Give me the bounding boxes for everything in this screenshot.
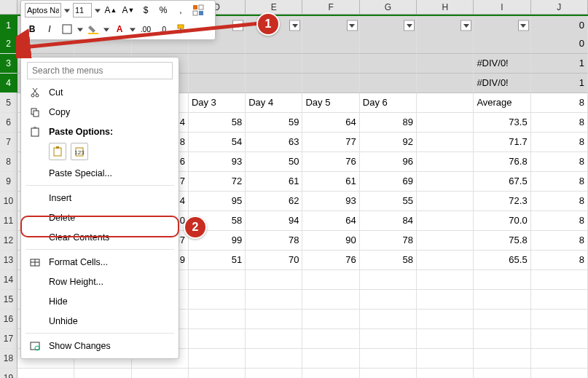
cell-J4[interactable]: 1: [531, 74, 588, 93]
cell-H9[interactable]: [417, 172, 474, 192]
cell-F5[interactable]: Day 5: [302, 93, 359, 113]
cell-E16[interactable]: [246, 310, 302, 329]
cell-I6[interactable]: 73.5: [474, 113, 530, 133]
menu-item-insert[interactable]: Insert: [21, 188, 179, 208]
cell-D16[interactable]: [189, 310, 246, 329]
font-color-button[interactable]: A: [112, 22, 127, 36]
cell-I19[interactable]: [474, 369, 530, 378]
cell-J1[interactable]: 0: [531, 16, 588, 36]
cell-G5[interactable]: Day 6: [360, 93, 417, 113]
cell-D9[interactable]: 72: [189, 172, 246, 192]
cell-G1[interactable]: [360, 16, 417, 36]
cell-E6[interactable]: 59: [246, 113, 302, 133]
cell-J15[interactable]: [531, 290, 588, 310]
cell-J16[interactable]: [531, 310, 588, 329]
percent-format-button[interactable]: %: [156, 3, 170, 17]
chevron-down-icon[interactable]: [77, 24, 83, 35]
row-header-4[interactable]: 4: [0, 74, 17, 93]
cell-G18[interactable]: [360, 349, 417, 369]
cell-F8[interactable]: 76: [302, 152, 359, 172]
cell-H6[interactable]: [417, 113, 474, 133]
cell-D6[interactable]: 58: [189, 113, 246, 133]
cell-I3[interactable]: #DIV/0!: [474, 54, 530, 74]
cell-I2[interactable]: [474, 34, 530, 54]
cell-G9[interactable]: 69: [360, 172, 417, 192]
cell-H15[interactable]: [417, 290, 474, 310]
col-header-I[interactable]: I: [474, 0, 530, 15]
cell-E7[interactable]: 63: [246, 133, 302, 152]
cell-G8[interactable]: 96: [360, 152, 417, 172]
cell-J8[interactable]: 8: [531, 152, 588, 172]
cell-H17[interactable]: [417, 329, 474, 349]
cell-F4[interactable]: [302, 74, 359, 93]
cell-F12[interactable]: 90: [302, 231, 359, 251]
cell-G4[interactable]: [360, 74, 417, 93]
cell-I13[interactable]: 65.5: [474, 251, 530, 270]
cell-H2[interactable]: [417, 34, 474, 54]
cell-I17[interactable]: [474, 329, 530, 349]
cell-D7[interactable]: 54: [189, 133, 246, 152]
cell-G14[interactable]: [360, 270, 417, 290]
cell-J9[interactable]: 8: [531, 172, 588, 192]
increase-font-size-button[interactable]: A▲: [103, 3, 118, 17]
filter-dropdown-icon[interactable]: [518, 20, 529, 31]
cell-F7[interactable]: 77: [302, 133, 359, 152]
cell-E19[interactable]: [246, 369, 302, 378]
cell-H4[interactable]: [417, 74, 474, 93]
cell-J17[interactable]: [531, 329, 588, 349]
cell-H11[interactable]: [417, 211, 474, 231]
cell-F16[interactable]: [302, 310, 359, 329]
cell-F15[interactable]: [302, 290, 359, 310]
cell-J13[interactable]: 8: [531, 251, 588, 270]
col-header-E[interactable]: E: [246, 0, 302, 15]
cell-E17[interactable]: [246, 329, 302, 349]
cell-J11[interactable]: 8: [531, 211, 588, 231]
font-name-input[interactable]: [25, 3, 61, 17]
cell-E3[interactable]: [246, 54, 302, 74]
cell-F10[interactable]: 93: [302, 192, 359, 211]
cell-J10[interactable]: 8: [531, 192, 588, 211]
corner-select-all[interactable]: [0, 0, 17, 15]
menu-search-input[interactable]: [27, 62, 173, 79]
cell-J19[interactable]: [531, 369, 588, 378]
menu-item-copy[interactable]: Copy: [21, 102, 179, 122]
format-painter-button[interactable]: [173, 22, 188, 36]
row-header-12[interactable]: 12: [0, 231, 17, 251]
increase-decimal-button[interactable]: .0: [156, 22, 170, 36]
cell-D19[interactable]: [189, 369, 246, 378]
decrease-decimal-button[interactable]: .00: [138, 22, 153, 36]
row-header-19[interactable]: 19: [0, 369, 17, 378]
cell-H14[interactable]: [417, 270, 474, 290]
menu-item-row-height[interactable]: Row Height...: [21, 272, 179, 291]
cell-I7[interactable]: 71.7: [474, 133, 530, 152]
menu-item-format-cells[interactable]: Format Cells...: [21, 252, 179, 272]
cell-D14[interactable]: [189, 270, 246, 290]
cell-I1[interactable]: [474, 16, 530, 36]
cell-I10[interactable]: 72.3: [474, 192, 530, 211]
cell-H7[interactable]: [417, 133, 474, 152]
menu-item-clear-contents[interactable]: Clear Contents: [21, 227, 179, 247]
cell-H5[interactable]: [417, 93, 474, 113]
fill-color-button[interactable]: [86, 22, 101, 36]
row-header-18[interactable]: 18: [0, 349, 17, 369]
cell-G16[interactable]: [360, 310, 417, 329]
cell-H19[interactable]: [417, 369, 474, 378]
comma-style-button[interactable]: ,: [173, 3, 188, 17]
cell-H10[interactable]: [417, 192, 474, 211]
cell-H3[interactable]: [417, 54, 474, 74]
cell-J12[interactable]: 8: [531, 231, 588, 251]
menu-item-show-changes[interactable]: Show Changes: [21, 336, 179, 355]
cell-E8[interactable]: 50: [246, 152, 302, 172]
cell-H16[interactable]: [417, 310, 474, 329]
cell-G3[interactable]: [360, 54, 417, 74]
cell-I4[interactable]: #DIV/0!: [474, 74, 530, 93]
cell-E13[interactable]: 70: [246, 251, 302, 270]
cell-C19[interactable]: [132, 369, 189, 378]
cell-G12[interactable]: 78: [360, 231, 417, 251]
cell-J2[interactable]: 0: [531, 34, 588, 54]
cell-F14[interactable]: [302, 270, 359, 290]
row-header-5[interactable]: 5: [0, 93, 17, 113]
cell-J6[interactable]: 8: [531, 113, 588, 133]
menu-item-hide[interactable]: Hide: [21, 291, 179, 311]
cell-F6[interactable]: 64: [302, 113, 359, 133]
